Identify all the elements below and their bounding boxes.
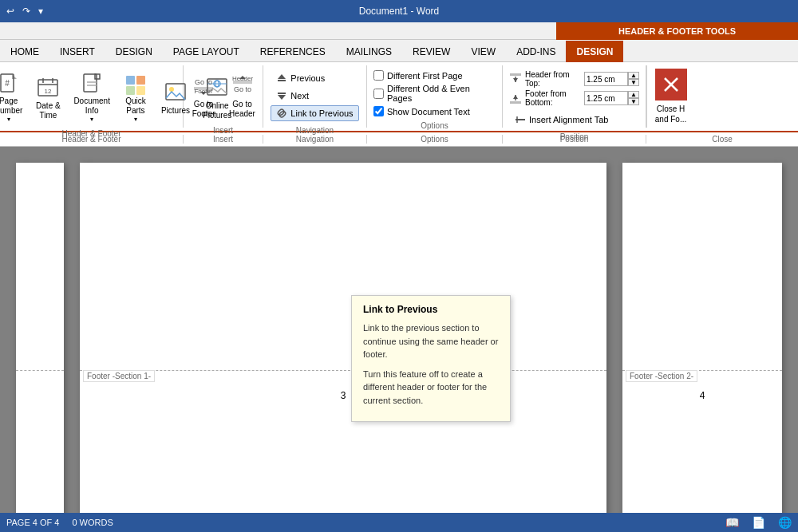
group-navigation: Previous Next Link to Previous Navigatio… bbox=[263, 65, 367, 128]
doc-info-button[interactable]: DocumentInfo ▾ bbox=[68, 69, 116, 126]
go-to-footer-icon: Go toFooter bbox=[191, 73, 216, 98]
different-first-checkbox[interactable] bbox=[373, 70, 384, 81]
tab-references[interactable]: REFERENCES bbox=[250, 41, 336, 62]
footer-bottom-down[interactable]: ▼ bbox=[628, 98, 639, 105]
ribbon-area: HEADER & FOOTER TOOLS HOME INSERT DESIGN… bbox=[0, 22, 798, 147]
tab-home[interactable]: HOME bbox=[0, 41, 49, 62]
different-first-row: Different First Page bbox=[373, 70, 463, 81]
group-nav-content: Previous Next Link to Previous bbox=[267, 67, 361, 124]
link-icon bbox=[276, 108, 287, 119]
different-odd-even-row: Different Odd & Even Pages bbox=[373, 84, 496, 103]
undo-button[interactable]: ↩ bbox=[3, 4, 18, 18]
print-layout-icon[interactable]: 📄 bbox=[752, 516, 765, 529]
quick-parts-label: QuickParts bbox=[125, 97, 146, 116]
svg-marker-36 bbox=[278, 95, 286, 100]
tabs-row: HOME INSERT DESIGN PAGE LAYOUT REFERENCE… bbox=[0, 40, 798, 62]
group-position-content: Header from Top: ▲ ▼ Footer from Bottom: bbox=[506, 67, 642, 131]
redo-button[interactable]: ↷ bbox=[19, 4, 34, 18]
svg-text:Go to: Go to bbox=[195, 78, 212, 86]
footer-bottom-input[interactable] bbox=[584, 91, 628, 105]
go-to-footer-button[interactable]: Go toFooter Go toFooter bbox=[185, 67, 222, 124]
status-bar: PAGE 4 OF 4 0 WORDS 📖 📄 🌐 bbox=[0, 513, 798, 532]
label-insert: Insert bbox=[184, 135, 263, 144]
footer-1-label: Footer -Section 1- bbox=[83, 370, 155, 382]
page-info: PAGE 4 OF 4 bbox=[6, 518, 59, 527]
group-position: Header from Top: ▲ ▼ Footer from Bottom: bbox=[503, 65, 646, 128]
tab-design[interactable]: DESIGN bbox=[105, 41, 163, 62]
group-position-label: Position bbox=[506, 131, 642, 141]
svg-marker-34 bbox=[278, 74, 286, 79]
next-button[interactable]: Next bbox=[271, 88, 314, 104]
close-section: Close Hand Fo... bbox=[646, 65, 694, 128]
date-time-button[interactable]: 12 Date &Time bbox=[30, 69, 66, 126]
tab-design-hft[interactable]: DESIGN bbox=[566, 41, 623, 62]
word-count: 0 WORDS bbox=[72, 518, 113, 527]
footer-2: Footer -Section 2- 4 bbox=[622, 370, 782, 420]
different-first-label: Different First Page bbox=[387, 71, 463, 81]
insert-alignment-button[interactable]: Insert Alignment Tab bbox=[509, 112, 614, 128]
page-number-label: PageNumber bbox=[0, 97, 22, 116]
alignment-tab-icon bbox=[515, 114, 526, 125]
tab-insert[interactable]: INSERT bbox=[49, 41, 105, 62]
svg-rect-16 bbox=[126, 76, 135, 85]
tab-add-ins[interactable]: ADD-INS bbox=[506, 41, 566, 62]
page-number-button[interactable]: # PageNumber ▾ bbox=[0, 69, 28, 126]
insert-alignment-label: Insert Alignment Tab bbox=[529, 115, 608, 124]
close-header-footer-button[interactable] bbox=[655, 69, 687, 100]
left-footer bbox=[16, 370, 64, 417]
show-doc-text-label: Show Document Text bbox=[387, 107, 470, 116]
header-top-label: Header from Top: bbox=[525, 70, 581, 88]
tab-view[interactable]: VIEW bbox=[460, 41, 506, 62]
footer-bottom-up[interactable]: ▲ bbox=[628, 91, 639, 98]
link-to-previous-button[interactable]: Link to Previous bbox=[271, 105, 358, 121]
footer-bottom-spinner: ▲ ▼ bbox=[628, 91, 639, 105]
show-doc-text-checkbox[interactable] bbox=[373, 106, 384, 116]
svg-rect-37 bbox=[278, 93, 286, 94]
tab-review[interactable]: REVIEW bbox=[402, 41, 460, 62]
footer-bottom-label: Footer from Bottom: bbox=[525, 89, 581, 107]
web-layout-icon[interactable]: 🌐 bbox=[778, 516, 792, 529]
group-hf-label: Header & Footer bbox=[3, 128, 180, 138]
tooltip-text1: Link to the previous section to continue… bbox=[363, 321, 499, 361]
previous-icon bbox=[276, 73, 287, 84]
footer-bottom-row: Footer from Bottom: ▲ ▼ bbox=[509, 89, 639, 107]
different-odd-even-checkbox[interactable] bbox=[373, 89, 384, 99]
svg-marker-6 bbox=[12, 74, 17, 79]
page2-content bbox=[622, 163, 782, 370]
svg-marker-13 bbox=[95, 74, 100, 79]
quick-parts-button[interactable]: QuickParts ▾ bbox=[117, 69, 154, 126]
group-insert: Go toFooter Go toFooter HeaderGo to Go t… bbox=[184, 65, 263, 128]
read-mode-icon[interactable]: 📖 bbox=[725, 516, 739, 529]
hft-label: HEADER & FOOTER TOOLS bbox=[556, 22, 798, 40]
previous-button[interactable]: Previous bbox=[271, 70, 330, 86]
link-to-previous-tooltip: Link to Previous Link to the previous se… bbox=[351, 295, 511, 422]
doc-info-label: DocumentInfo bbox=[73, 97, 110, 116]
header-top-down[interactable]: ▼ bbox=[628, 79, 639, 86]
footer-2-label: Footer -Section 2- bbox=[626, 370, 697, 382]
customize-qat-button[interactable]: ▾ bbox=[35, 4, 46, 18]
tab-mailings[interactable]: MAILINGS bbox=[336, 41, 402, 62]
quick-parts-arrow: ▾ bbox=[134, 116, 137, 123]
header-top-input[interactable] bbox=[584, 72, 628, 86]
svg-rect-18 bbox=[126, 86, 135, 95]
footer-from-bottom-icon bbox=[509, 92, 522, 104]
link-to-previous-label: Link to Previous bbox=[290, 108, 353, 118]
quick-access-toolbar: ↩ ↷ ▾ Document1 - Word bbox=[0, 0, 798, 22]
label-options: Options bbox=[367, 135, 503, 144]
title-text: Document1 - Word bbox=[359, 6, 439, 17]
header-top-up[interactable]: ▲ bbox=[628, 72, 639, 79]
tab-page-layout[interactable]: PAGE LAYOUT bbox=[163, 41, 250, 62]
svg-text:Go to: Go to bbox=[233, 85, 251, 93]
go-to-footer-label: Go toFooter bbox=[192, 100, 215, 119]
word-count-text: 0 WORDS bbox=[72, 518, 113, 527]
page-number-arrow: ▾ bbox=[7, 116, 10, 123]
header-from-top-icon bbox=[509, 73, 522, 85]
go-to-header-button[interactable]: HeaderGo to Go toHeader bbox=[223, 67, 261, 124]
tooltip-title: Link to Previous bbox=[363, 304, 499, 315]
tooltip-text2: Turn this feature off to create a differ… bbox=[363, 368, 499, 408]
label-navigation: Navigation bbox=[263, 135, 367, 144]
close-icon bbox=[662, 75, 681, 94]
doc-info-icon bbox=[79, 73, 105, 95]
next-label: Next bbox=[290, 91, 309, 100]
footer-1: Footer -Section 1- 3 bbox=[80, 370, 606, 420]
